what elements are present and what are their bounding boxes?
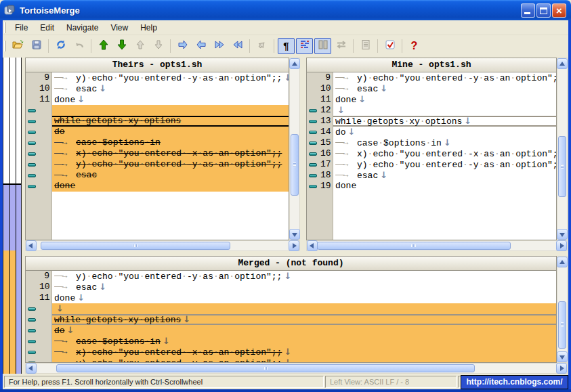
use-both-left-first-button[interactable] (229, 38, 246, 54)
code-line[interactable]: 14do↓ (307, 127, 556, 137)
code-line[interactable]: 11done↓ (26, 94, 289, 105)
code-line[interactable]: ——→x)·echo·"you·entered·-x·as·an·option"… (26, 347, 556, 357)
toolbar-grip[interactable] (4, 41, 6, 51)
scroll-up-button[interactable] (557, 257, 568, 267)
code-line[interactable]: 10——→esac↓ (26, 282, 556, 292)
code-line[interactable]: 9——→y)·echo·"you·entered·-y·as·an·option… (26, 271, 556, 282)
tab-marker-icon: ——→ (54, 83, 76, 94)
inline-diff-icon (299, 39, 310, 53)
maximize-button[interactable] (536, 3, 551, 18)
undo-icon (74, 39, 85, 53)
settings-button[interactable] (381, 38, 398, 54)
menubar: File Edit Navigate View Help (3, 20, 568, 35)
close-button[interactable]: × (552, 3, 566, 18)
merged-vertical-scrollbar[interactable] (557, 256, 568, 363)
space-dot: · (213, 159, 219, 169)
next-difference-button[interactable] (113, 38, 130, 54)
code-line[interactable]: while·getopts·xy·options (26, 116, 289, 127)
menu-navigate[interactable]: Navigate (60, 21, 104, 35)
line-number (39, 314, 52, 325)
scroll-thumb[interactable] (291, 134, 299, 196)
scroll-down-button[interactable] (557, 351, 568, 362)
previous-difference-button[interactable] (95, 38, 112, 54)
code-line[interactable]: 16——→x)·echo·"you·entered·-x·as·an·optio… (307, 148, 556, 159)
code-line[interactable]: ——→case·$options·in↓ (26, 336, 556, 347)
theirs-vertical-scrollbar[interactable] (289, 58, 300, 240)
code-line[interactable]: ↓ (26, 303, 556, 314)
code-line[interactable]: 9——→y)·echo·"you·entered·-y·as·an·option… (307, 72, 556, 83)
code-line[interactable]: 9——→y)·echo·"you·entered·-y·as·an·option… (26, 72, 289, 83)
merged-horizontal-scrollbar[interactable] (25, 363, 568, 374)
line-number: 10 (39, 282, 52, 292)
code-line[interactable]: 13while·getopts·xy·options↓ (307, 116, 556, 127)
code-line[interactable]: 10——→esac↓ (307, 83, 556, 94)
code-line[interactable]: 10——→esac↓ (26, 83, 289, 94)
toolbar-separator (402, 39, 402, 53)
code-line[interactable]: done (26, 181, 289, 192)
scroll-thumb[interactable] (56, 364, 475, 372)
scroll-left-button[interactable] (26, 363, 37, 374)
menu-view[interactable]: View (104, 21, 134, 35)
code-line[interactable]: 19done (307, 181, 556, 192)
code-line[interactable]: 12↓ (307, 105, 556, 116)
menu-file[interactable]: File (9, 21, 34, 35)
two-pane-view-button[interactable] (314, 38, 331, 54)
space-dot: · (463, 73, 468, 83)
code-line[interactable]: 18——→esac↓ (307, 170, 556, 181)
menubar-grip[interactable] (4, 22, 6, 33)
mine-pane-body[interactable]: 9——→y)·echo·"you·entered·-y·as·an·option… (306, 72, 557, 240)
code-line[interactable]: ——→y)·echo·"you·entered·-y·as·an·option"… (26, 357, 556, 363)
scroll-thumb[interactable] (317, 242, 511, 250)
use-left-block-button[interactable] (192, 38, 209, 54)
open-button[interactable] (9, 38, 26, 54)
code-line[interactable]: 11done↓ (307, 94, 556, 105)
scroll-left-button[interactable] (307, 240, 318, 251)
code-line[interactable]: ——→y)·echo·"you·entered·-y·as·an·option"… (26, 159, 289, 170)
window-title: TortoiseMerge (20, 5, 521, 16)
mine-horizontal-scrollbar[interactable] (306, 240, 568, 251)
inline-word-diff-button[interactable] (296, 38, 313, 54)
merged-pane-body[interactable]: 9——→y)·echo·"you·entered·-y·as·an·option… (25, 271, 557, 363)
code-line[interactable]: ——→esac (26, 170, 289, 181)
use-both-right-first-button[interactable] (211, 38, 228, 54)
scroll-up-button[interactable] (289, 58, 300, 69)
scroll-thumb[interactable] (558, 136, 566, 197)
space-dot: · (81, 116, 86, 126)
code-line[interactable] (26, 105, 289, 116)
code-line[interactable]: 17——→y)·echo·"you·entered·-y·as·an·optio… (307, 159, 556, 170)
line-code: do↓ (333, 127, 556, 137)
minimize-button[interactable] (521, 3, 535, 18)
line-number: 11 (39, 292, 52, 303)
scroll-down-button[interactable] (289, 229, 300, 240)
space-dot: · (87, 159, 92, 169)
use-right-block-button[interactable] (174, 38, 191, 54)
change-marker-icon (28, 318, 36, 322)
code-line[interactable]: do↓ (26, 325, 556, 336)
locator-bar[interactable] (3, 58, 22, 374)
scroll-thumb[interactable] (558, 301, 566, 349)
scroll-left-button[interactable] (26, 240, 37, 251)
code-line[interactable]: ——→x)·echo·"you·entered·-x·as·an·option"… (26, 148, 289, 159)
settings-check-icon (385, 39, 396, 53)
code-line[interactable]: 15——→case·$options·in↓ (307, 137, 556, 148)
menu-edit[interactable]: Edit (34, 21, 60, 35)
theirs-pane-body[interactable]: 9——→y)·echo·"you·entered·-y·as·an·option… (25, 72, 289, 240)
help-button[interactable]: ? (406, 38, 423, 54)
mine-vertical-scrollbar[interactable] (557, 58, 568, 240)
code-line[interactable]: 11done↓ (26, 292, 556, 303)
scroll-right-button[interactable] (556, 240, 567, 251)
scroll-down-button[interactable] (557, 229, 568, 240)
code-line[interactable]: ——→case·$options·in (26, 137, 289, 148)
code-line[interactable]: while·getopts·xy·options↓ (26, 314, 556, 325)
show-whitespaces-button[interactable]: ¶ (278, 38, 295, 54)
scroll-right-button[interactable] (556, 363, 567, 374)
reload-button[interactable] (52, 38, 69, 54)
menu-help[interactable]: Help (134, 21, 163, 35)
theirs-horizontal-scrollbar[interactable] (25, 240, 300, 251)
code-line[interactable]: do (26, 127, 289, 137)
scroll-right-button[interactable] (289, 240, 299, 251)
line-margin (26, 271, 39, 282)
app-window: TortoiseMerge × File Edit Navigate View … (0, 0, 571, 392)
scroll-up-button[interactable] (557, 58, 568, 69)
scroll-thumb[interactable] (41, 242, 230, 250)
